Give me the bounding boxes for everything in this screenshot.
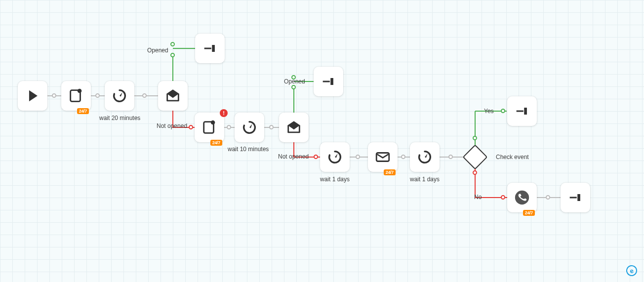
wait-1b-label: wait 1 days [410,176,440,183]
badge-247: 24/7 [523,210,535,216]
envelope-icon [374,149,391,165]
email-open-check-2[interactable] [279,113,309,142]
alert-icon: ! [220,109,228,117]
start-node[interactable] [18,81,47,111]
badge-247: 24/7 [77,108,89,114]
end-node-2[interactable] [314,67,343,96]
wait-node-1day-a[interactable] [320,142,350,172]
end-icon [320,73,337,90]
end-icon [567,189,584,206]
svg-point-26 [515,191,529,204]
timer-icon [111,87,128,104]
email-open-check-1[interactable] [158,81,188,111]
check-event-decision[interactable] [463,145,488,170]
end-icon [514,103,530,120]
svg-point-22 [78,89,82,93]
end-node-1[interactable] [195,34,225,63]
send-email-node[interactable]: 24/7 [368,142,398,172]
wait-20-label: wait 20 minutes [99,115,140,121]
wait-10-label: wait 10 minutes [228,146,269,153]
timer-icon [326,149,343,165]
timer-icon [416,149,433,165]
wait-node-20min[interactable] [105,81,134,111]
opened-2-label: Opened [284,78,305,85]
opened-1-label: Opened [147,47,168,54]
play-icon [24,87,41,104]
timer-icon [241,119,258,136]
notopened-1-label: Not opened [157,122,187,129]
end-node-4[interactable] [561,183,590,212]
end-node-3[interactable] [507,96,537,126]
viber-icon [514,189,530,206]
badge-247: 24/7 [210,140,222,146]
page-dot-icon [68,87,84,104]
page-node-2[interactable]: 24/7 ! [195,113,224,142]
check-event-label: Check event [496,154,529,161]
svg-point-24 [211,121,215,125]
badge-247: 24/7 [384,169,396,175]
viber-node[interactable]: 24/7 [507,183,537,212]
no-label: No [474,194,482,201]
wait-node-1day-b[interactable] [410,142,440,172]
open-envelope-icon [285,119,302,136]
wait-1a-label: wait 1 days [320,176,350,183]
connectors [0,0,644,282]
open-envelope-icon [164,87,181,104]
yes-label: Yes [484,108,494,115]
end-icon [201,40,218,57]
wait-node-10min[interactable] [235,113,264,142]
workflow-canvas[interactable]: 24/7 wait 20 minutes Opened Not opened 2… [0,0,644,282]
brand-logo: e [625,264,639,278]
page-node-1[interactable]: 24/7 [61,81,91,111]
notopened-2-label: Not opened [278,153,309,160]
page-dot-icon [201,119,218,136]
